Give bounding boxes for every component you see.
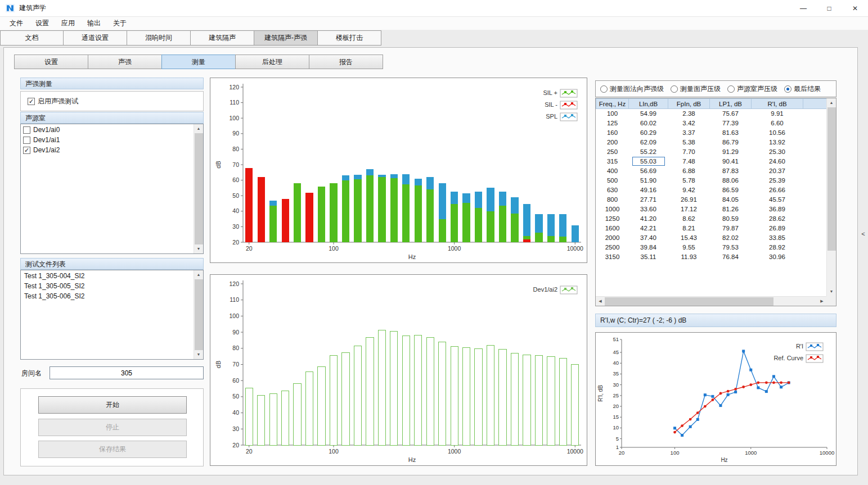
- table-cell[interactable]: 100: [596, 109, 629, 119]
- table-cell[interactable]: 60.29: [629, 128, 668, 138]
- table-cell[interactable]: [803, 233, 827, 243]
- table-cell[interactable]: 49.16: [629, 185, 668, 195]
- table-cell[interactable]: 37.40: [629, 233, 668, 243]
- scroll-thumb[interactable]: [605, 297, 773, 306]
- table-row[interactable]: 160042.218.2179.8726.89: [596, 224, 827, 233]
- table-cell[interactable]: 13.92: [752, 138, 803, 147]
- table-cell[interactable]: 5.38: [668, 138, 710, 147]
- stop-button[interactable]: 停止: [38, 419, 187, 436]
- test-file-item[interactable]: Test 1_305-006_SI2: [21, 291, 194, 301]
- table-cell[interactable]: 75.67: [710, 109, 752, 119]
- sub-tab-2[interactable]: 测量: [161, 55, 236, 69]
- table-row[interactable]: 80027.7126.9184.0545.57: [596, 195, 827, 205]
- table-cell[interactable]: 17.12: [668, 205, 710, 214]
- radio-icon[interactable]: [784, 85, 791, 93]
- view-option-3[interactable]: 最后结果: [784, 84, 821, 94]
- table-cell[interactable]: 30.96: [752, 252, 803, 262]
- table-cell[interactable]: 25.39: [752, 176, 803, 185]
- table-cell[interactable]: 26.66: [752, 185, 803, 195]
- main-tab-4[interactable]: 建筑隔声-声强: [254, 30, 318, 46]
- table-cell[interactable]: 26.89: [752, 224, 803, 233]
- table-cell[interactable]: 55.22: [629, 147, 668, 157]
- table-cell[interactable]: 8.62: [668, 214, 710, 224]
- table-cell[interactable]: 55.03: [629, 157, 668, 166]
- scroll-thumb[interactable]: [195, 133, 203, 244]
- table-header-4[interactable]: R'I, dB: [752, 99, 803, 109]
- test-file-item[interactable]: Test 1_305-005_SI2: [21, 281, 194, 291]
- table-cell[interactable]: 10.56: [752, 128, 803, 138]
- scroll-down-icon[interactable]: ▼: [194, 244, 203, 253]
- menu-item-4[interactable]: 关于: [107, 17, 133, 30]
- channel-list-scrollbar[interactable]: ▲ ▼: [194, 124, 203, 253]
- table-cell[interactable]: 81.26: [710, 205, 752, 214]
- save-results-button[interactable]: 保存结果: [38, 441, 187, 458]
- table-cell[interactable]: 3150: [596, 252, 629, 262]
- maximize-button[interactable]: □: [816, 0, 842, 16]
- table-cell[interactable]: [803, 109, 827, 119]
- table-cell[interactable]: 84.05: [710, 195, 752, 205]
- table-row[interactable]: 50051.905.7888.0625.39: [596, 176, 827, 185]
- table-cell[interactable]: [803, 185, 827, 195]
- table-cell[interactable]: 27.71: [629, 195, 668, 205]
- table-cell[interactable]: 60.02: [629, 119, 668, 128]
- table-cell[interactable]: 3.42: [668, 119, 710, 128]
- table-row[interactable]: 250039.849.5579.5328.92: [596, 243, 827, 252]
- channel-checkbox[interactable]: [23, 137, 30, 144]
- sub-tab-1[interactable]: 声强: [88, 55, 162, 69]
- table-cell[interactable]: 39.84: [629, 243, 668, 252]
- table-cell[interactable]: 26.91: [668, 195, 710, 205]
- sub-tab-0[interactable]: 设置: [14, 55, 88, 69]
- table-cell[interactable]: 86.79: [710, 138, 752, 147]
- table-row[interactable]: 315035.1111.9376.8430.96: [596, 252, 827, 262]
- table-cell[interactable]: 9.42: [668, 185, 710, 195]
- table-cell[interactable]: 41.20: [629, 214, 668, 224]
- table-cell[interactable]: 5.78: [668, 176, 710, 185]
- table-cell[interactable]: 20.37: [752, 166, 803, 176]
- menu-item-1[interactable]: 设置: [29, 17, 55, 30]
- table-cell[interactable]: 28.62: [752, 214, 803, 224]
- table-cell[interactable]: 90.41: [710, 157, 752, 166]
- scroll-right-icon[interactable]: ▶: [817, 297, 826, 306]
- main-tab-2[interactable]: 混响时间: [127, 30, 191, 46]
- table-cell[interactable]: 51.90: [629, 176, 668, 185]
- table-cell[interactable]: 79.87: [710, 224, 752, 233]
- table-row[interactable]: 25055.227.7091.2925.30: [596, 147, 827, 157]
- table-cell[interactable]: 2000: [596, 233, 629, 243]
- channel-checkbox[interactable]: [23, 126, 30, 134]
- table-cell[interactable]: 200: [596, 138, 629, 147]
- table-cell[interactable]: 80.59: [710, 214, 752, 224]
- table-header-2[interactable]: FpIn, dB: [668, 99, 710, 109]
- table-cell[interactable]: [803, 128, 827, 138]
- close-button[interactable]: ✕: [842, 0, 868, 16]
- view-option-0[interactable]: 测量面法向声强级: [600, 84, 664, 94]
- file-list-scrollbar[interactable]: ▲ ▼: [194, 270, 203, 359]
- table-cell[interactable]: 91.29: [710, 147, 752, 157]
- table-cell[interactable]: 42.21: [629, 224, 668, 233]
- table-row[interactable]: 40056.696.8887.8320.37: [596, 166, 827, 176]
- scroll-thumb[interactable]: [827, 107, 836, 251]
- scroll-down-icon[interactable]: ▼: [194, 350, 203, 359]
- table-cell[interactable]: 33.60: [629, 205, 668, 214]
- collapse-panel-button[interactable]: <: [859, 226, 867, 242]
- table-cell[interactable]: 9.55: [668, 243, 710, 252]
- table-cell[interactable]: 15.43: [668, 233, 710, 243]
- view-option-2[interactable]: 声源室声压级: [727, 84, 777, 94]
- channel-item[interactable]: ✓Dev1/ai2: [21, 145, 194, 155]
- table-cell[interactable]: 7.70: [668, 147, 710, 157]
- scroll-up-icon[interactable]: ▲: [194, 124, 203, 133]
- table-row[interactable]: 31555.037.4890.4124.60: [596, 157, 827, 166]
- table-header-3[interactable]: LP1, dB: [710, 99, 752, 109]
- table-cell[interactable]: [803, 214, 827, 224]
- table-header-0[interactable]: Freq., Hz: [596, 99, 629, 109]
- test-file-item[interactable]: Test 1_305-004_SI2: [21, 271, 194, 281]
- table-cell[interactable]: 76.84: [710, 252, 752, 262]
- table-cell[interactable]: 82.02: [710, 233, 752, 243]
- enable-test-checkbox[interactable]: ✓: [28, 98, 35, 105]
- table-cell[interactable]: [803, 119, 827, 128]
- table-cell[interactable]: 250: [596, 147, 629, 157]
- table-row[interactable]: 20062.095.3886.7913.92: [596, 138, 827, 147]
- table-cell[interactable]: [803, 157, 827, 166]
- table-cell[interactable]: [803, 205, 827, 214]
- start-button[interactable]: 开始: [38, 396, 187, 414]
- table-row[interactable]: 10054.992.3875.679.91: [596, 109, 827, 119]
